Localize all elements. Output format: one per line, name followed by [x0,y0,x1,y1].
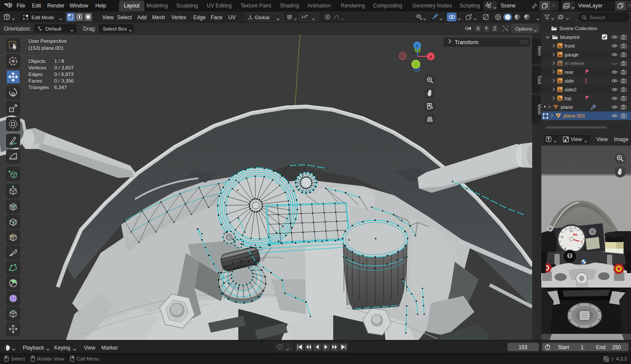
svg-text:6: 6 [581,239,582,243]
svg-text:4: 4 [564,246,566,250]
svg-text:Tool: Tool [537,75,541,84]
svg-text:Transform: Transform [455,39,478,45]
svg-text:0: 0 [561,235,563,239]
svg-text:Z: Z [416,43,418,48]
svg-text:RR: RR [573,233,578,236]
svg-text:View: View [537,104,541,115]
svg-text:12: 12 [569,229,573,233]
svg-text:Item: Item [537,46,541,55]
svg-text:X: X [429,54,432,59]
